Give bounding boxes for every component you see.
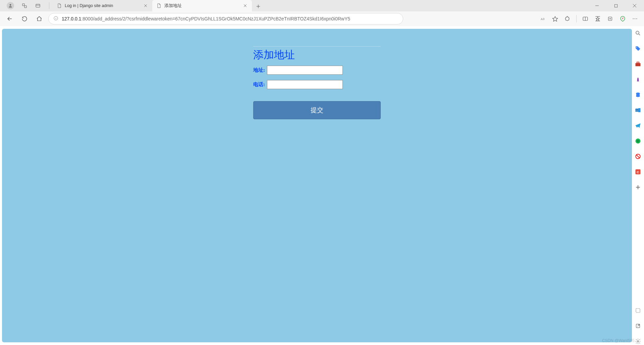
toolbox-icon[interactable] xyxy=(634,60,642,68)
svg-marker-23 xyxy=(596,17,600,21)
tabs: Log in | Django site admin 添加地址 xyxy=(53,0,263,11)
profile-avatar[interactable] xyxy=(7,2,14,9)
chess-icon[interactable] xyxy=(634,76,642,83)
back-button[interactable] xyxy=(4,13,15,24)
svg-marker-20 xyxy=(553,16,558,21)
tag-icon[interactable] xyxy=(634,45,642,52)
address-label: 地址: xyxy=(253,67,265,73)
add-sidebar-button[interactable] xyxy=(634,184,642,191)
svg-rect-1 xyxy=(22,4,24,6)
settings-icon[interactable] xyxy=(634,338,642,345)
page-viewport: 添加地址 地址: 电话: 提交 xyxy=(2,29,632,342)
browser-essentials-button[interactable] xyxy=(617,13,628,24)
page-heading: 添加地址 xyxy=(253,48,295,62)
telegram-icon[interactable] xyxy=(634,122,642,129)
svg-point-0 xyxy=(10,4,11,6)
more-button[interactable] xyxy=(629,13,641,24)
field-phone: 电话: xyxy=(253,80,381,89)
screenshot-icon[interactable] xyxy=(634,307,642,314)
separator xyxy=(49,2,49,9)
sidebar-rail: O C xyxy=(632,26,644,345)
svg-line-43 xyxy=(636,155,640,158)
refresh-button[interactable] xyxy=(19,13,30,24)
home-button[interactable] xyxy=(34,13,45,24)
file-icon xyxy=(156,3,162,8)
svg-rect-48 xyxy=(636,308,640,313)
svg-point-32 xyxy=(636,31,639,34)
field-address: 地址: xyxy=(253,66,381,75)
svg-rect-35 xyxy=(636,63,641,66)
extensions-button[interactable] xyxy=(562,13,573,24)
favorite-button[interactable] xyxy=(549,13,561,24)
split-screen-button[interactable] xyxy=(580,13,591,24)
svg-point-31 xyxy=(636,18,637,19)
outlook-icon[interactable]: O xyxy=(634,107,642,114)
svg-text:C: C xyxy=(637,170,639,174)
svg-rect-36 xyxy=(637,62,639,63)
svg-text:A: A xyxy=(541,17,543,21)
collections-button[interactable] xyxy=(604,13,616,24)
maximize-button[interactable] xyxy=(606,0,625,11)
titlebar: Log in | Django site admin 添加地址 xyxy=(0,0,644,11)
tab-django-admin[interactable]: Log in | Django site admin xyxy=(53,0,152,11)
new-tab-button[interactable] xyxy=(253,1,263,11)
divider xyxy=(253,46,381,47)
spotify-icon[interactable] xyxy=(634,137,642,145)
url-text: 127.0.0.1:8000/add_address/2/?csrfmiddle… xyxy=(62,16,398,21)
window-controls xyxy=(588,0,644,11)
close-window-button[interactable] xyxy=(625,0,644,11)
svg-point-50 xyxy=(637,341,639,342)
svg-text:O: O xyxy=(636,109,638,112)
address-bar[interactable]: 127.0.0.1:8000/add_address/2/?csrfmiddle… xyxy=(48,13,403,24)
close-icon[interactable] xyxy=(143,3,148,8)
svg-point-30 xyxy=(635,18,635,19)
site-info-icon[interactable] xyxy=(53,16,58,22)
read-aloud-button[interactable]: A xyxy=(537,13,548,24)
phone-label: 电话: xyxy=(253,81,265,88)
svg-rect-37 xyxy=(637,79,639,80)
svg-point-34 xyxy=(636,47,637,48)
url-host: 127.0.0.1 xyxy=(62,16,81,21)
toolbar-right: A xyxy=(537,13,641,24)
external-icon[interactable] xyxy=(634,322,642,330)
tab-title: Log in | Django site admin xyxy=(65,3,140,8)
favorites-bar-button[interactable] xyxy=(592,13,603,24)
file-icon xyxy=(57,3,62,8)
submit-button[interactable]: 提交 xyxy=(253,101,381,119)
search-icon[interactable] xyxy=(634,29,642,37)
toolbar: 127.0.0.1:8000/add_address/2/?csrfmiddle… xyxy=(0,11,644,26)
titlebar-left xyxy=(2,2,50,9)
watermark: CSDN @Want595 xyxy=(602,338,635,343)
svg-rect-3 xyxy=(36,4,40,7)
add-address-form: 地址: 电话: 提交 xyxy=(253,66,381,119)
tab-title: 添加地址 xyxy=(164,3,240,9)
url-path: :8000/add_address/2/?csrfmiddlewaretoken… xyxy=(81,16,350,21)
svg-rect-39 xyxy=(638,108,641,112)
tab-actions-icon[interactable] xyxy=(35,3,41,9)
svg-line-33 xyxy=(639,34,640,35)
svg-rect-12 xyxy=(614,4,617,7)
workspaces-icon[interactable] xyxy=(21,3,28,9)
office-icon[interactable] xyxy=(634,91,642,98)
svg-rect-2 xyxy=(24,6,26,8)
tab-add-address[interactable]: 添加地址 xyxy=(152,0,252,11)
minimize-button[interactable] xyxy=(588,0,606,11)
svg-point-29 xyxy=(633,18,634,19)
separator xyxy=(576,15,577,22)
phone-input[interactable] xyxy=(267,80,343,89)
address-input[interactable] xyxy=(267,66,343,75)
app-c-icon[interactable]: C xyxy=(634,168,642,176)
close-icon[interactable] xyxy=(243,3,248,8)
noentry-icon[interactable] xyxy=(634,153,642,160)
